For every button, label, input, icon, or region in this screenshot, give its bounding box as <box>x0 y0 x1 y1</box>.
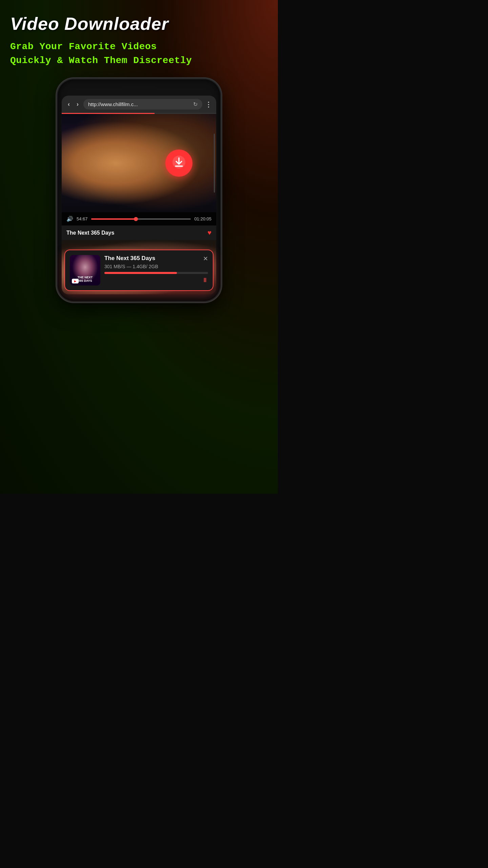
time-end: 01:20:05 <box>194 216 211 221</box>
browser-bar: ‹ › http://www.chillfilm.c... ↻ ⋮ <box>62 96 216 113</box>
forward-button[interactable]: › <box>75 100 81 108</box>
page-content: Video Downloader Grab Your Favorite Vide… <box>0 0 278 308</box>
notif-info: The Next 365 Days ✕ 301 MB/S — 1.4GB/ 2G… <box>104 255 208 284</box>
notif-title: The Next 365 Days <box>104 255 155 262</box>
notif-progress-bar <box>104 272 208 274</box>
progress-bar[interactable] <box>91 218 191 220</box>
download-notification: THE NEXT 365 DAYS ▶ The Next 365 Days ✕ … <box>64 250 214 291</box>
video-title: The Next 365 Days <box>66 230 114 236</box>
phone-mockup: ‹ › http://www.chillfilm.c... ↻ ⋮ <box>58 79 220 301</box>
phone-notch <box>122 86 156 94</box>
video-thumbnail-1 <box>62 114 216 212</box>
url-bar[interactable]: http://www.chillfilm.c... ↻ <box>83 99 202 110</box>
speaker-icon[interactable]: 🔊 <box>66 216 73 222</box>
notif-controls: ⏸ <box>104 277 208 284</box>
url-text: http://www.chillfilm.c... <box>88 101 138 107</box>
notif-size: — 1.4GB/ 2GB <box>126 264 158 269</box>
video-scene-1 <box>62 114 216 212</box>
menu-icon[interactable]: ⋮ <box>205 100 212 108</box>
notif-header: The Next 365 Days ✕ <box>104 255 208 262</box>
youtube-badge: ▶ <box>72 279 79 283</box>
app-title: Video Downloader <box>10 14 268 34</box>
progress-fill <box>91 218 136 220</box>
close-button[interactable]: ✕ <box>203 255 208 262</box>
subtitle-line2: Quickly & Watch Them Discreetly <box>10 55 192 66</box>
refresh-icon[interactable]: ↻ <box>193 101 198 107</box>
scrollbar[interactable] <box>214 134 215 193</box>
notif-thumbnail: THE NEXT 365 DAYS ▶ <box>70 255 100 285</box>
video-title-bar: The Next 365 Days ♥ <box>62 225 216 240</box>
progress-thumb <box>134 217 138 221</box>
notif-speed: 301 MB/S — 1.4GB/ 2GB <box>104 264 208 269</box>
time-current: 54:67 <box>77 216 88 221</box>
notif-progress-fill <box>104 272 177 274</box>
youtube-play-icon: ▶ <box>74 280 76 283</box>
subtitle-line1: Grab Your Favorite Videos <box>10 41 157 52</box>
notif-thumb-title: THE NEXT 365 DAYS <box>78 276 93 283</box>
download-icon <box>172 155 186 171</box>
power-button <box>220 140 222 161</box>
heart-icon[interactable]: ♥ <box>207 229 211 237</box>
video-controls: 🔊 54:67 01:20:05 <box>62 212 216 225</box>
app-subtitle: Grab Your Favorite Videos Quickly & Watc… <box>10 40 268 67</box>
video-section-1[interactable] <box>62 114 216 212</box>
download-button[interactable] <box>165 150 192 177</box>
back-button[interactable]: ‹ <box>66 100 72 108</box>
pause-button[interactable]: ⏸ <box>202 277 208 284</box>
